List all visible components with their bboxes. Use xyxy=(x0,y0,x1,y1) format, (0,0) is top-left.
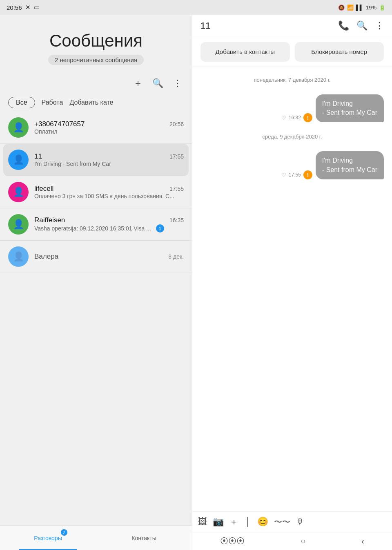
bubble-meta: ♡ 17:55 ! xyxy=(281,170,312,179)
date-divider: среда, 9 декабря 2020 г. xyxy=(200,134,384,140)
message-header: 11 17:55 xyxy=(34,152,184,161)
message-content: Валера 8 дек. xyxy=(34,253,184,261)
chat-messages: понедельник, 7 декабря 2020 г. ♡ 16:32 !… xyxy=(192,67,392,512)
add-icon[interactable]: ＋ xyxy=(134,77,143,89)
android-nav: ⦿⦿⦿ ○ ‹ xyxy=(192,532,392,550)
bubble-time: 17:55 xyxy=(289,172,301,178)
notification-x-icon: ✕ xyxy=(25,4,31,11)
message-preview: I'm Driving - Sent from My Car xyxy=(34,161,184,167)
message-time: 17:55 xyxy=(169,186,184,192)
tab-work[interactable]: Работа xyxy=(42,99,63,106)
bubble-time-row: ♡ 17:55 ! xyxy=(281,170,312,179)
message-time: 16:35 xyxy=(169,217,184,224)
list-item[interactable]: 👤 Валера 8 дек. xyxy=(0,241,192,273)
block-number-button[interactable]: Блокировать номер xyxy=(295,42,384,62)
unread-dot: 1 xyxy=(156,224,164,233)
tab-add-category[interactable]: Добавить кате xyxy=(69,99,113,106)
left-header: Сообщения 2 непрочитанных сообщения xyxy=(0,15,192,73)
warning-icon: ! xyxy=(303,170,312,179)
message-time: 20:56 xyxy=(169,121,184,127)
nav-label-conversations: Разговоры xyxy=(34,535,62,541)
list-item[interactable]: 👤 +380674707657 20:56 Оплатил xyxy=(0,112,192,144)
message-content: Raiffeisen 16:35 Vasha operatsija: 09.12… xyxy=(34,216,184,233)
text-cursor xyxy=(247,517,248,527)
message-bubble-row: ♡ 16:32 ! I'm Driving- Sent from My Car xyxy=(200,94,384,123)
list-item[interactable]: 👤 11 17:55 I'm Driving - Sent from My Ca… xyxy=(3,144,189,176)
unread-badge: 2 непрочитанных сообщения xyxy=(48,55,144,65)
message-preview: Оплачено 3 грн за 100 SMS в день пользов… xyxy=(34,193,184,199)
search-icon[interactable]: 🔍 xyxy=(152,78,163,89)
right-panel: 11 📞 🔍 ⋮ Добавить в контакты Блокировать… xyxy=(192,15,392,550)
chat-header: 11 📞 🔍 ⋮ xyxy=(192,15,392,37)
status-bar-right: 🔕 📶 ▌▌ 19% 🔋 xyxy=(338,4,385,11)
message-content: 11 17:55 I'm Driving - Sent from My Car xyxy=(34,152,184,167)
message-header: lifecell 17:55 xyxy=(34,185,184,193)
list-item[interactable]: 👤 lifecell 17:55 Оплачено 3 грн за 100 S… xyxy=(0,176,192,208)
image-icon[interactable]: 🖼 xyxy=(198,516,207,527)
contact-name: Валера xyxy=(34,253,58,261)
more-options-icon[interactable]: ⋮ xyxy=(375,20,384,31)
toolbar: ＋ 🔍 ⋮ xyxy=(0,73,192,94)
contact-name: lifecell xyxy=(34,185,53,193)
list-item[interactable]: 👤 Raiffeisen 16:35 Vasha operatsija: 09.… xyxy=(0,208,192,241)
message-content: +380674707657 20:56 Оплатил xyxy=(34,120,184,135)
mute-icon: 🔕 xyxy=(338,4,345,11)
message-preview: Оплатил xyxy=(34,128,184,135)
send-voice-icon[interactable]: 🎙 xyxy=(296,517,304,527)
contact-name: Raiffeisen xyxy=(34,216,65,224)
status-bar-left: 20:56 ✕ ▭ xyxy=(7,4,40,11)
sticker-icon[interactable]: 😊 xyxy=(257,516,268,527)
plus-icon[interactable]: ＋ xyxy=(229,516,238,528)
main-layout: Сообщения 2 непрочитанных сообщения ＋ 🔍 … xyxy=(0,15,392,550)
chat-input-bar: 🖼 📷 ＋ 😊 〜〜 🎙 xyxy=(192,511,392,532)
signal-icon: ▌▌ xyxy=(356,4,363,11)
more-options-icon[interactable]: ⋮ xyxy=(173,78,182,89)
wifi-icon: 📶 xyxy=(347,4,354,11)
status-time: 20:56 xyxy=(7,4,22,11)
message-bubble: I'm Driving- Sent from My Car xyxy=(316,94,384,123)
avatar: 👤 xyxy=(8,246,29,267)
android-home-button[interactable]: ○ xyxy=(292,534,314,548)
search-icon[interactable]: 🔍 xyxy=(356,20,368,31)
avatar: 👤 xyxy=(8,117,29,138)
heart-icon: ♡ xyxy=(281,115,286,121)
add-to-contacts-button[interactable]: Добавить в контакты xyxy=(200,42,290,62)
message-time: 17:55 xyxy=(169,153,184,160)
date-divider: понедельник, 7 декабря 2020 г. xyxy=(200,77,384,83)
android-back-button[interactable]: ‹ xyxy=(353,534,372,548)
android-recent-button[interactable]: ⦿⦿⦿ xyxy=(212,534,253,548)
message-header: Валера 8 дек. xyxy=(34,253,184,261)
message-bubble: I'm Driving- Sent from My Car xyxy=(316,151,384,179)
chat-icons: 📞 🔍 ⋮ xyxy=(338,20,384,31)
camera-icon[interactable]: 📷 xyxy=(213,516,224,527)
bubble-time-row: ♡ 16:32 ! xyxy=(281,113,312,122)
bottom-nav: Разговоры 2 Контакты xyxy=(0,525,192,550)
bubble-meta: ♡ 16:32 ! xyxy=(281,113,312,122)
nav-contacts[interactable]: Контакты xyxy=(96,526,192,550)
chat-title: 11 xyxy=(200,20,332,31)
message-list: 👤 +380674707657 20:56 Оплатил 👤 11 17:55 xyxy=(0,112,192,525)
message-bubble-row: ♡ 17:55 ! I'm Driving- Sent from My Car xyxy=(200,151,384,179)
message-preview: Vasha operatsija: 09.12.2020 16:35:01 Vi… xyxy=(34,224,184,233)
battery-icon: 🔋 xyxy=(379,4,385,11)
message-header: Raiffeisen 16:35 xyxy=(34,216,184,224)
avatar: 👤 xyxy=(8,214,29,235)
nav-badge: 2 xyxy=(61,529,67,536)
left-panel: Сообщения 2 непрочитанных сообщения ＋ 🔍 … xyxy=(0,15,192,550)
battery-percent: 19% xyxy=(366,4,376,11)
nav-conversations[interactable]: Разговоры 2 xyxy=(0,526,96,550)
tab-all[interactable]: Все xyxy=(8,97,35,108)
warning-icon: ! xyxy=(303,113,312,122)
page-title: Сообщения xyxy=(12,31,180,51)
status-bar: 20:56 ✕ ▭ 🔕 📶 ▌▌ 19% 🔋 xyxy=(0,0,392,15)
call-icon[interactable]: 📞 xyxy=(338,20,349,31)
bubble-time: 16:32 xyxy=(289,115,301,121)
action-buttons: Добавить в контакты Блокировать номер xyxy=(192,37,392,67)
heart-icon: ♡ xyxy=(281,172,286,178)
avatar: 👤 xyxy=(8,182,29,202)
nav-label-contacts: Контакты xyxy=(131,535,156,541)
screen-icon: ▭ xyxy=(34,4,40,11)
category-tabs: Все Работа Добавить кате xyxy=(0,94,192,112)
message-header: +380674707657 20:56 xyxy=(34,120,184,128)
voice-waveform-icon[interactable]: 〜〜 xyxy=(274,516,290,528)
